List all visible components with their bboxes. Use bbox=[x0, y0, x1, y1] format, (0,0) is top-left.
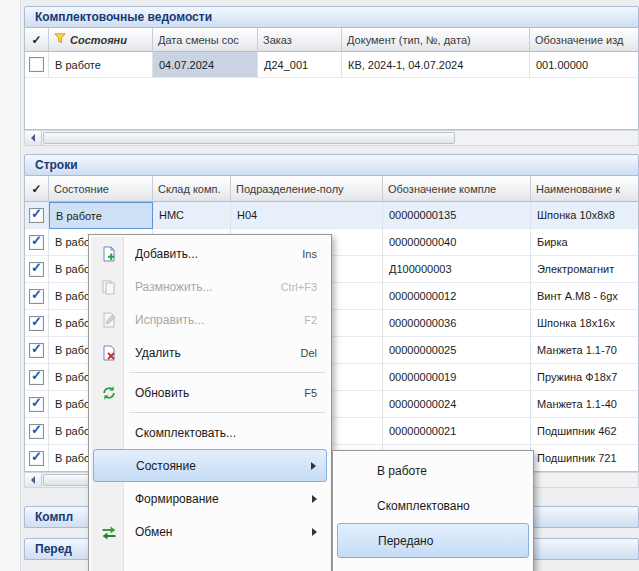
row-checkbox-cell bbox=[25, 256, 49, 283]
row-checkbox-cell bbox=[25, 283, 49, 310]
cell-department[interactable]: Н04 bbox=[231, 202, 383, 229]
cell-name[interactable]: Шпонка 10х8х8 bbox=[531, 202, 638, 229]
cell-state[interactable]: В работе bbox=[49, 52, 153, 78]
refresh-icon bbox=[97, 382, 121, 404]
cell-code[interactable]: Д100000003 bbox=[383, 256, 531, 283]
cell-document[interactable]: КВ, 2024-1, 04.07.2024 bbox=[342, 52, 530, 78]
column-header-department[interactable]: Подразделение-полу bbox=[231, 176, 383, 202]
cell-name[interactable]: Подшипник 721 bbox=[531, 445, 638, 472]
exchange-icon bbox=[97, 521, 121, 543]
cell-name[interactable]: Винт А.М8 - 6gх bbox=[531, 283, 638, 310]
submenu-arrow-icon bbox=[312, 495, 317, 503]
vedomosti-grid: ✓ Состояни Дата смены сос Заказ Документ… bbox=[24, 28, 639, 130]
menu-item-refresh[interactable]: Обновить F5 bbox=[93, 376, 327, 409]
row-checkbox[interactable] bbox=[29, 316, 44, 331]
column-header-order[interactable]: Заказ bbox=[258, 28, 342, 52]
menu-item-label: Удалить bbox=[135, 346, 292, 360]
cell-name[interactable]: Манжета 1.1-70 bbox=[531, 337, 638, 364]
cell-code[interactable]: 00000000036 bbox=[383, 310, 531, 337]
column-header-label: Заказ bbox=[263, 34, 292, 46]
vedomosti-hscrollbar[interactable] bbox=[24, 130, 639, 146]
menu-item-formirovanie[interactable]: Формирование bbox=[93, 482, 327, 515]
scroll-left-button[interactable] bbox=[25, 473, 42, 487]
menu-item-obmen[interactable]: Обмен bbox=[93, 515, 327, 548]
menu-item-add[interactable]: Добавить... Ins bbox=[93, 237, 327, 270]
menu-item-shortcut: Ctrl+F3 bbox=[281, 281, 317, 293]
submenu-arrow-icon bbox=[311, 462, 316, 470]
column-header-state[interactable]: Состояни bbox=[49, 28, 153, 52]
row-checkbox[interactable] bbox=[29, 397, 44, 412]
submenu-item-peredano[interactable]: Передано bbox=[337, 523, 529, 558]
menu-item-skomplektovat[interactable]: Скомплектовать... bbox=[93, 416, 327, 449]
cell-name[interactable]: Шпонка 18х16х bbox=[531, 310, 638, 337]
row-checkbox-cell bbox=[25, 310, 49, 337]
row-checkbox[interactable] bbox=[29, 424, 44, 439]
cell-name[interactable]: Бирка bbox=[531, 229, 638, 256]
row-checkbox[interactable] bbox=[29, 235, 44, 250]
cell-warehouse[interactable]: НМС bbox=[153, 202, 231, 229]
table-row[interactable]: В работе НМС Н04 00000000135 Шпонка 10х8… bbox=[25, 202, 638, 229]
cell-order[interactable]: Д24_001 bbox=[258, 52, 342, 78]
cell-code[interactable]: 00000000040 bbox=[383, 229, 531, 256]
panel-header-vedomosti[interactable]: Комплектовочные ведомости bbox=[24, 6, 639, 28]
column-header-label: Состояние bbox=[54, 183, 109, 195]
menu-item-delete[interactable]: Удалить Del bbox=[93, 336, 327, 369]
cell-code[interactable]: 00000000019 bbox=[383, 364, 531, 391]
cell-code[interactable]: 00000000021 bbox=[383, 418, 531, 445]
column-header-label: Документ (тип, №, дата) bbox=[347, 34, 471, 46]
scroll-left-icon bbox=[31, 134, 35, 142]
select-all-checkmark: ✓ bbox=[31, 33, 41, 47]
scroll-left-button[interactable] bbox=[25, 131, 42, 145]
menu-item-state[interactable]: Состояние bbox=[93, 449, 327, 482]
submenu-item-v-rabote[interactable]: В работе bbox=[337, 453, 529, 488]
column-header-select-all[interactable]: ✓ bbox=[25, 28, 49, 52]
cell-code[interactable]: 00000000024 bbox=[383, 391, 531, 418]
row-checkbox[interactable] bbox=[29, 343, 44, 358]
column-header-warehouse[interactable]: Склад комп. bbox=[153, 176, 231, 202]
submenu-item-skomplektovano[interactable]: Скомплектовано bbox=[337, 488, 529, 523]
row-checkbox[interactable] bbox=[29, 208, 44, 223]
panel-title: Перед bbox=[35, 542, 72, 556]
column-header-label: Дата смены сос bbox=[158, 34, 239, 46]
row-checkbox-cell bbox=[25, 202, 49, 229]
cell-name[interactable]: Электромагнит bbox=[531, 256, 638, 283]
column-header-code[interactable]: Обозначение компле bbox=[383, 176, 531, 202]
row-checkbox-cell bbox=[25, 391, 49, 418]
column-header-state[interactable]: Состояние bbox=[49, 176, 153, 202]
menu-item-label: Скомплектовано bbox=[377, 499, 470, 513]
menu-item-label: В работе bbox=[377, 464, 427, 478]
scrollbar-thumb[interactable] bbox=[43, 132, 455, 144]
row-checkbox[interactable] bbox=[29, 370, 44, 385]
menu-item-shortcut: F2 bbox=[304, 314, 317, 326]
panel-title: Комплектовочные ведомости bbox=[35, 10, 212, 24]
cell-code[interactable]: 00000000012 bbox=[383, 283, 531, 310]
menu-item-duplicate[interactable]: Размножить... Ctrl+F3 bbox=[93, 270, 327, 303]
vedomosti-grid-header: ✓ Состояни Дата смены сос Заказ Документ… bbox=[25, 28, 638, 52]
row-checkbox[interactable] bbox=[29, 289, 44, 304]
row-checkbox[interactable] bbox=[29, 451, 44, 466]
column-header-product-code[interactable]: Обозначение изд bbox=[530, 28, 638, 52]
table-row[interactable]: В работе 04.07.2024 Д24_001 КВ, 2024-1, … bbox=[25, 52, 638, 78]
add-icon bbox=[97, 243, 121, 265]
cell-code[interactable]: 00000000025 bbox=[383, 337, 531, 364]
menu-item-edit[interactable]: Исправить... F2 bbox=[93, 303, 327, 336]
cell-state[interactable]: В работе bbox=[49, 202, 153, 229]
column-header-label: Склад комп. bbox=[158, 183, 221, 195]
cell-product-code[interactable]: 001.00000 bbox=[530, 52, 638, 78]
cell-code[interactable]: 00000000135 bbox=[383, 202, 531, 229]
left-panel-strip[interactable] bbox=[0, 0, 21, 571]
row-checkbox[interactable] bbox=[29, 57, 44, 72]
cell-name[interactable]: Манжета 1.1-40 bbox=[531, 391, 638, 418]
row-checkbox[interactable] bbox=[29, 262, 44, 277]
submenu-arrow-icon bbox=[312, 528, 317, 536]
menu-item-label: Состояние bbox=[136, 459, 303, 473]
app-window: Комплектовочные ведомости ✓ Состояни Дат… bbox=[0, 0, 639, 571]
column-header-document[interactable]: Документ (тип, №, дата) bbox=[342, 28, 530, 52]
cell-state-date[interactable]: 04.07.2024 bbox=[153, 52, 258, 78]
cell-name[interactable]: Подшипник 462 bbox=[531, 418, 638, 445]
panel-header-stroki[interactable]: Строки bbox=[24, 154, 639, 176]
cell-name[interactable]: Пружина Ф18х7 bbox=[531, 364, 638, 391]
column-header-select-all[interactable]: ✓ bbox=[25, 176, 49, 202]
column-header-state-date[interactable]: Дата смены сос bbox=[153, 28, 258, 52]
column-header-name[interactable]: Наименование к bbox=[531, 176, 638, 202]
